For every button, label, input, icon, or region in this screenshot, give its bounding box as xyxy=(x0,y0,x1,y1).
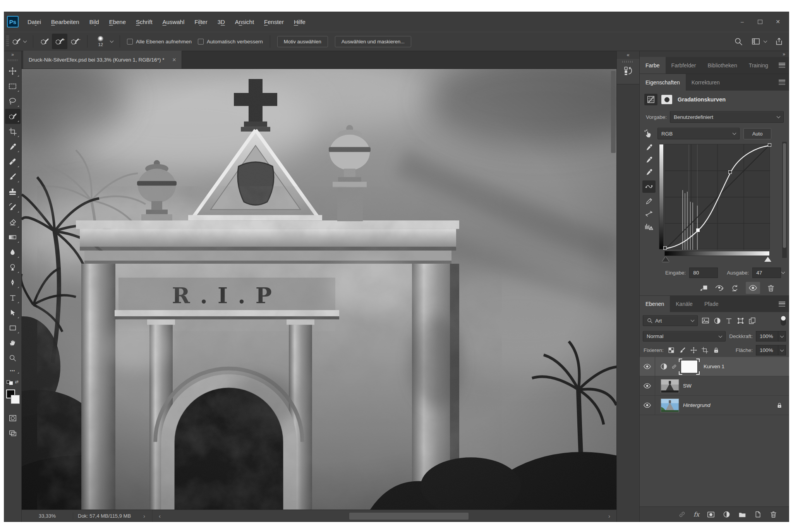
menu-filter[interactable]: Filter xyxy=(189,12,212,32)
reset-adjustment-button[interactable] xyxy=(731,284,739,292)
tab-training[interactable]: Training xyxy=(743,57,774,74)
curve-grid[interactable] xyxy=(664,144,770,249)
close-button[interactable]: ✕ xyxy=(769,16,787,27)
minimize-button[interactable]: – xyxy=(733,16,751,27)
curve-point-shadows[interactable] xyxy=(663,246,667,250)
filter-shape-layers-icon[interactable] xyxy=(736,317,745,325)
layer-style-button[interactable]: fx xyxy=(693,511,699,518)
selection-subtract-button[interactable]: − xyxy=(67,34,83,49)
menu-ansicht[interactable]: Ansicht xyxy=(230,12,259,32)
lock-pixels-icon[interactable] xyxy=(679,347,686,354)
new-group-button[interactable] xyxy=(738,510,747,519)
lock-artboard-icon[interactable] xyxy=(701,347,709,354)
layer-name[interactable]: Kurven 1 xyxy=(704,364,724,369)
fill-value-field[interactable]: 100% xyxy=(756,345,778,355)
move-tool[interactable] xyxy=(5,63,21,79)
history-panel-button[interactable] xyxy=(617,59,639,84)
screen-mode-button[interactable] xyxy=(5,426,21,441)
color-swatches[interactable] xyxy=(4,389,21,410)
menu-ebene[interactable]: Ebene xyxy=(104,12,131,32)
auto-enhance-checkbox[interactable]: Automatisch verbessern xyxy=(198,39,263,45)
add-mask-button[interactable] xyxy=(707,510,715,519)
scroll-right-icon[interactable]: › xyxy=(606,513,613,519)
path-select-tool[interactable] xyxy=(5,305,21,320)
layer-thumbnail[interactable] xyxy=(661,379,679,393)
layer-row-sw[interactable]: SW xyxy=(640,376,789,396)
delete-layer-button[interactable] xyxy=(769,510,778,518)
panel-menu-icon[interactable] xyxy=(779,80,785,85)
clip-to-layer-button[interactable] xyxy=(700,284,708,292)
document-tab[interactable]: Druck-Nik-SilverEfex.psd bei 33,3% (Kurv… xyxy=(23,51,182,69)
layer-name[interactable]: Hintergrund xyxy=(683,402,711,408)
preset-dropdown[interactable]: Benutzerdefiniert xyxy=(670,111,784,123)
histogram-warning-icon[interactable] xyxy=(644,222,654,232)
menu-fenster[interactable]: Fenster xyxy=(259,12,289,32)
zoom-level-field[interactable]: 33,33% xyxy=(22,513,73,519)
close-icon[interactable]: ✕ xyxy=(172,57,176,63)
highlight-input-slider[interactable] xyxy=(764,257,771,262)
input-value-field[interactable]: 80 xyxy=(689,268,718,278)
healing-brush-tool[interactable] xyxy=(5,154,21,169)
visibility-toggle[interactable] xyxy=(640,357,655,376)
tab-kanaele[interactable]: Kanäle xyxy=(670,296,699,312)
panel-menu-icon[interactable] xyxy=(779,302,785,307)
filter-smart-objects-icon[interactable] xyxy=(748,317,756,325)
scroll-track[interactable] xyxy=(163,512,606,520)
eraser-tool[interactable] xyxy=(5,215,21,230)
share-icon[interactable] xyxy=(774,37,784,46)
tab-ebenen[interactable]: Ebenen xyxy=(640,296,670,312)
fill-slider-button[interactable] xyxy=(778,345,786,355)
menu-3d[interactable]: 3D xyxy=(213,12,230,32)
clone-stamp-tool[interactable] xyxy=(5,184,21,199)
current-tool-preview[interactable] xyxy=(9,34,29,49)
canvas-vertical-scrollbar[interactable] xyxy=(611,71,616,153)
tab-bibliotheken[interactable]: Bibliotheken xyxy=(702,57,743,74)
sample-all-layers-checkbox[interactable]: Alle Ebenen aufnehmen xyxy=(127,39,192,45)
options-bar-grip[interactable] xyxy=(6,36,9,47)
visibility-toggle[interactable] xyxy=(640,396,655,415)
menu-hilfe[interactable]: Hilfe xyxy=(289,12,311,32)
lock-all-icon[interactable] xyxy=(712,347,720,354)
new-adjustment-layer-button[interactable] xyxy=(723,510,731,518)
lock-transparency-icon[interactable] xyxy=(668,347,675,354)
blend-mode-dropdown[interactable]: Normal xyxy=(643,331,726,342)
tab-pfade[interactable]: Pfade xyxy=(699,296,724,312)
new-layer-button[interactable] xyxy=(754,510,762,518)
search-icon[interactable] xyxy=(734,37,743,46)
layer-row-hintergrund[interactable]: Hintergrund xyxy=(640,396,789,415)
smooth-curve-icon[interactable] xyxy=(645,209,653,218)
tab-korrekturen[interactable]: Korrekturen xyxy=(686,74,726,91)
type-tool[interactable] xyxy=(5,290,21,305)
gradient-tool[interactable] xyxy=(5,230,21,245)
view-previous-state-button[interactable] xyxy=(715,283,724,293)
collapse-dock-icon[interactable]: » xyxy=(640,51,789,57)
menu-auswahl[interactable]: Auswahl xyxy=(158,12,190,32)
channel-dropdown[interactable]: RGB xyxy=(657,128,740,139)
edit-points-tool[interactable] xyxy=(642,180,656,193)
background-color[interactable] xyxy=(11,395,20,404)
layer-mask-thumbnail[interactable] xyxy=(679,359,700,375)
brush-tool[interactable] xyxy=(5,169,21,184)
layer-name[interactable]: SW xyxy=(683,383,692,389)
workspace-switcher[interactable] xyxy=(751,37,767,46)
filter-toggle[interactable] xyxy=(781,316,786,326)
select-subject-button[interactable]: Motiv auswählen xyxy=(277,36,328,47)
gray-point-eyedropper-icon[interactable] xyxy=(645,156,653,164)
visibility-toggle[interactable] xyxy=(640,376,655,395)
white-point-eyedropper-icon[interactable] xyxy=(645,168,653,176)
toolbar-collapse-icon[interactable]: » xyxy=(11,51,14,58)
scroll-thumb[interactable] xyxy=(349,513,469,520)
layer-filter-dropdown[interactable]: Art xyxy=(643,315,698,326)
menu-datei[interactable]: Datei xyxy=(22,12,46,32)
tab-eigenschaften[interactable]: Eigenschaften xyxy=(640,74,686,91)
menu-bearbeiten[interactable]: Bearbeiten xyxy=(46,12,84,32)
horizontal-scrollbar[interactable]: ‹ › xyxy=(152,510,616,522)
draw-curve-pencil-icon[interactable] xyxy=(645,197,653,205)
filter-type-layers-icon[interactable] xyxy=(725,317,733,325)
opacity-value-field[interactable]: 100% xyxy=(756,331,778,342)
layer-thumbnail[interactable] xyxy=(661,398,679,412)
swap-colors-button[interactable]: ⇄ xyxy=(7,378,18,386)
menu-bild[interactable]: Bild xyxy=(84,12,104,32)
canvas[interactable]: R.I.P xyxy=(22,69,616,510)
selection-add-button[interactable]: + xyxy=(52,34,67,49)
